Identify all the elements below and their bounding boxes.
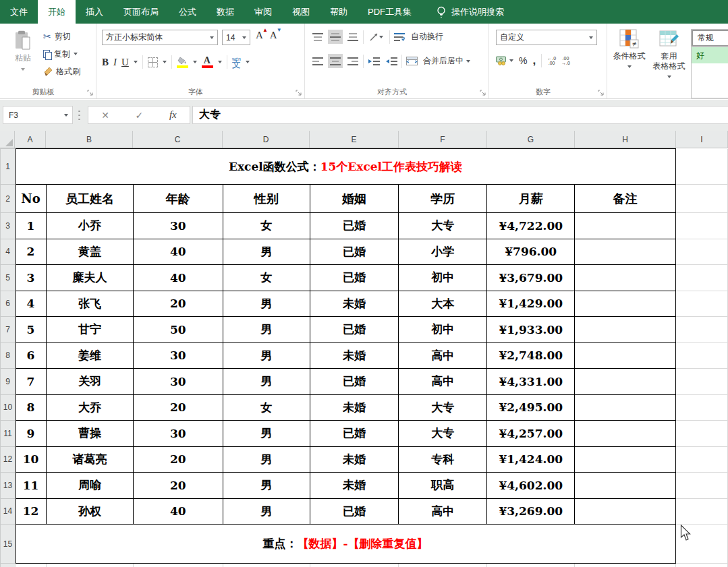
menu-tab-PDF工具集[interactable]: PDF工具集 bbox=[358, 0, 422, 24]
cell-education[interactable]: 职高 bbox=[399, 473, 487, 499]
cell-marital[interactable]: 未婚 bbox=[310, 394, 399, 421]
cell-name[interactable]: 诸葛亮 bbox=[46, 446, 133, 473]
font-size-dropdown-icon[interactable] bbox=[242, 36, 246, 39]
tell-me-search[interactable]: 操作说明搜索 bbox=[437, 0, 504, 24]
fill-color-button[interactable] bbox=[177, 57, 188, 68]
font-name-combo[interactable]: 方正小标宋简体 bbox=[102, 30, 218, 45]
cell-name[interactable]: 糜夫人 bbox=[46, 265, 133, 291]
cell-name[interactable]: 曹操 bbox=[46, 421, 133, 447]
cell-marital[interactable]: 未婚 bbox=[310, 446, 399, 473]
decrease-indent-button[interactable] bbox=[366, 54, 381, 68]
menu-tab-开始[interactable]: 开始 bbox=[38, 0, 76, 24]
row-header-3[interactable]: 3 bbox=[1, 213, 16, 239]
cell-name[interactable]: 周喻 bbox=[46, 473, 133, 499]
cell-outside[interactable] bbox=[676, 473, 728, 499]
cell-salary[interactable]: ¥3,269.00 bbox=[487, 498, 575, 525]
cell-note[interactable] bbox=[575, 291, 676, 317]
cell-outside[interactable] bbox=[676, 446, 728, 473]
cell-salary[interactable]: ¥796.00 bbox=[487, 239, 575, 265]
increase-font-size-button[interactable]: A▲ bbox=[256, 30, 266, 41]
cell-education[interactable]: 大专 bbox=[399, 213, 487, 239]
column-header-G[interactable]: G bbox=[487, 131, 575, 148]
orientation-button[interactable] bbox=[366, 30, 387, 44]
cell-education[interactable]: 大专 bbox=[399, 394, 487, 421]
cell-gender[interactable]: 女 bbox=[223, 213, 310, 239]
col-header-name[interactable]: 员工姓名 bbox=[46, 185, 133, 213]
cell-empty[interactable] bbox=[15, 564, 46, 567]
clipboard-dialog-launcher[interactable] bbox=[87, 90, 93, 96]
cut-button[interactable]: ✂ 剪切 bbox=[42, 29, 82, 44]
cell-no[interactable]: 10 bbox=[15, 446, 46, 473]
cell-age[interactable]: 20 bbox=[133, 446, 223, 473]
cell-marital[interactable]: 未婚 bbox=[310, 342, 399, 369]
col-header-age[interactable]: 年龄 bbox=[133, 185, 223, 213]
cell-age[interactable]: 40 bbox=[133, 498, 223, 525]
increase-indent-button[interactable] bbox=[384, 54, 399, 68]
conditional-formatting-dropdown-icon[interactable] bbox=[627, 65, 632, 68]
cell-outside[interactable] bbox=[676, 369, 728, 395]
cell-empty[interactable] bbox=[223, 564, 310, 567]
italic-button[interactable]: I bbox=[113, 57, 117, 68]
cell-name[interactable]: 甘宁 bbox=[46, 317, 133, 343]
cell-education[interactable]: 高中 bbox=[399, 342, 487, 369]
cell-salary[interactable]: ¥1,424.00 bbox=[487, 446, 575, 473]
align-bottom-button[interactable] bbox=[345, 30, 360, 44]
cell-marital[interactable]: 未婚 bbox=[310, 291, 399, 317]
cell-marital[interactable]: 已婚 bbox=[310, 213, 399, 239]
row-header-14[interactable]: 14 bbox=[1, 498, 16, 525]
name-box[interactable]: F3 bbox=[3, 106, 73, 124]
conditional-formatting-button[interactable]: ≠ 条件格式 bbox=[611, 28, 647, 98]
fill-color-dropdown-icon[interactable] bbox=[193, 61, 197, 63]
cell-salary[interactable]: ¥4,722.00 bbox=[487, 213, 575, 239]
row-header-10[interactable]: 10 bbox=[1, 394, 16, 421]
cell-gender[interactable]: 男 bbox=[223, 317, 310, 343]
cell-note[interactable] bbox=[575, 317, 676, 343]
font-size-combo[interactable]: 14 bbox=[222, 30, 250, 45]
col-header-no[interactable]: No bbox=[15, 185, 46, 213]
cell-salary[interactable]: ¥3,679.00 bbox=[487, 265, 575, 291]
copy-button[interactable]: 复制 bbox=[42, 47, 82, 61]
cell-salary[interactable]: ¥4,257.00 bbox=[487, 421, 575, 447]
cancel-button[interactable]: ✕ bbox=[101, 110, 109, 121]
cell-name[interactable]: 黄盖 bbox=[46, 239, 133, 265]
cell-age[interactable]: 30 bbox=[133, 369, 223, 395]
cell-outside[interactable] bbox=[676, 213, 728, 239]
enter-button[interactable]: ✓ bbox=[136, 110, 144, 121]
column-header-C[interactable]: C bbox=[133, 131, 223, 148]
font-name-dropdown-icon[interactable] bbox=[210, 36, 214, 39]
cell-no[interactable]: 2 bbox=[15, 239, 46, 265]
column-header-E[interactable]: E bbox=[310, 131, 399, 148]
number-dialog-launcher[interactable] bbox=[598, 90, 604, 96]
font-dialog-launcher[interactable] bbox=[296, 90, 302, 96]
cell-outside[interactable] bbox=[676, 394, 728, 421]
cell-age[interactable]: 20 bbox=[133, 473, 223, 499]
menu-tab-数据[interactable]: 数据 bbox=[206, 0, 244, 24]
cell-note[interactable] bbox=[575, 394, 676, 421]
cell-age[interactable]: 50 bbox=[133, 317, 223, 343]
cell-gender[interactable]: 男 bbox=[223, 342, 310, 369]
cell-gender[interactable]: 男 bbox=[223, 369, 310, 395]
cell-salary[interactable]: ¥4,602.00 bbox=[487, 473, 575, 499]
cell-no[interactable]: 11 bbox=[15, 473, 46, 499]
cell-no[interactable]: 5 bbox=[15, 317, 46, 343]
cell-age[interactable]: 30 bbox=[133, 421, 223, 447]
row-header-7[interactable]: 7 bbox=[1, 317, 16, 343]
copy-dropdown-icon[interactable] bbox=[74, 53, 78, 55]
cell-gender[interactable]: 男 bbox=[223, 446, 310, 473]
name-box-dropdown-icon[interactable] bbox=[60, 114, 72, 117]
cell-style-normal[interactable]: 常规 bbox=[692, 30, 728, 47]
cell-education[interactable]: 专科 bbox=[399, 446, 487, 473]
row-header-11[interactable]: 11 bbox=[1, 421, 16, 447]
merge-center-icon[interactable] bbox=[405, 54, 418, 68]
row-header-5[interactable]: 5 bbox=[1, 265, 16, 291]
cell-sheet-title[interactable]: Excel函数公式：15个Excel工作表技巧解读 bbox=[15, 149, 675, 185]
cell-marital[interactable]: 已婚 bbox=[310, 239, 399, 265]
menu-tab-审阅[interactable]: 审阅 bbox=[244, 0, 282, 24]
cell-marital[interactable]: 已婚 bbox=[310, 317, 399, 343]
cell-outside[interactable] bbox=[676, 498, 728, 525]
cell-note[interactable] bbox=[575, 239, 676, 265]
cell-education[interactable]: 大本 bbox=[399, 291, 487, 317]
cell-empty[interactable] bbox=[310, 564, 399, 567]
paste-dropdown-icon[interactable] bbox=[21, 68, 25, 71]
format-painter-button[interactable]: 格式刷 bbox=[42, 64, 82, 79]
